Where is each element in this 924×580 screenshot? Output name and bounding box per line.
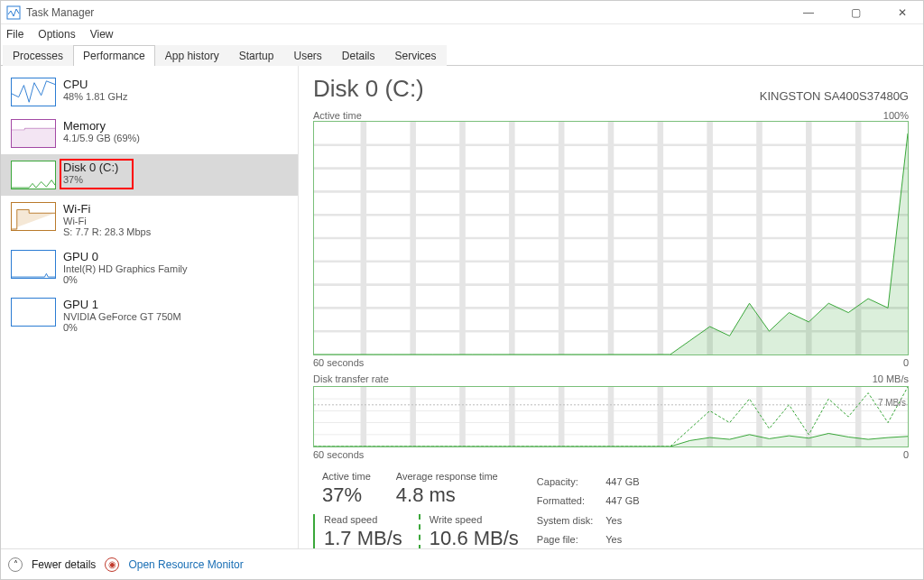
write-speed-label: Write speed (430, 514, 519, 525)
menu-view[interactable]: View (90, 28, 114, 41)
sidebar-disk-sub: 37% (63, 174, 118, 185)
footer: ˄ Fewer details ◉ Open Resource Monitor (1, 548, 923, 579)
sidebar-gpu0-sub1: Intel(R) HD Graphics Family (63, 263, 188, 274)
resource-monitor-icon: ◉ (105, 557, 119, 572)
graph2-xleft: 60 seconds (313, 449, 364, 460)
sidebar-cpu-label: CPU (63, 78, 128, 91)
titlebar: Task Manager — ▢ ✕ (1, 1, 923, 24)
stats-row: Active time 37% Average response time 4.… (313, 471, 909, 548)
formatted-label: Formatted: (537, 493, 604, 511)
graph2-max: 10 MB/s (873, 373, 909, 384)
fewer-details-link[interactable]: Fewer details (32, 558, 96, 571)
graph2-label: Disk transfer rate (313, 373, 389, 384)
menu-file[interactable]: File (6, 28, 23, 41)
sidebar-item-wifi[interactable]: Wi-Fi Wi-Fi S: 7.7 R: 28.3 Mbps (1, 196, 298, 244)
sidebar-gpu1-sub2: 0% (63, 322, 181, 333)
gpu1-sparkline-icon (11, 298, 56, 327)
write-speed-value: 10.6 MB/s (430, 527, 519, 548)
capacity-label: Capacity: (537, 473, 604, 491)
page-title: Disk 0 (C:) (313, 75, 424, 103)
sidebar: CPU 48% 1.81 GHz Memory 4.1/5.9 GB (69%) (1, 66, 299, 548)
transfer-rate-graph: 7 MB/s (313, 386, 909, 447)
tab-performance[interactable]: Performance (73, 45, 155, 66)
menu-options[interactable]: Options (38, 28, 75, 41)
active-time-value: 37% (322, 483, 371, 507)
graph1-xleft: 60 seconds (313, 357, 364, 368)
window-controls: — ▢ ✕ (793, 6, 918, 19)
window-title: Task Manager (26, 6, 793, 19)
disk-info-table: Capacity:447 GB Formatted:447 GB System … (535, 471, 652, 548)
sidebar-memory-sub: 4.1/5.9 GB (69%) (63, 133, 140, 143)
chevron-up-icon[interactable]: ˄ (8, 557, 23, 572)
sidebar-gpu0-sub2: 0% (63, 274, 188, 285)
disk-sparkline-icon (11, 161, 56, 189)
graph2-ref: 7 MB/s (878, 398, 906, 408)
system-disk-value: Yes (605, 511, 650, 529)
tab-services[interactable]: Services (385, 45, 447, 66)
sidebar-item-gpu1[interactable]: GPU 1 NVIDIA GeForce GT 750M 0% (1, 291, 298, 339)
open-resource-monitor-link[interactable]: Open Resource Monitor (128, 558, 243, 571)
tab-details[interactable]: Details (332, 45, 385, 66)
tab-app-history[interactable]: App history (155, 45, 229, 66)
tabstrip: Processes Performance App history Startu… (1, 44, 923, 66)
sidebar-cpu-sub: 48% 1.81 GHz (63, 91, 128, 102)
sidebar-disk-label: Disk 0 (C:) (63, 161, 118, 174)
app-icon (6, 5, 21, 20)
read-speed-label: Read speed (324, 514, 402, 525)
tab-startup[interactable]: Startup (229, 45, 284, 66)
graph1-xright: 0 (903, 357, 909, 368)
sidebar-memory-label: Memory (63, 119, 140, 133)
sidebar-wifi-sub2: S: 7.7 R: 28.3 Mbps (63, 226, 151, 237)
minimize-button[interactable]: — (793, 6, 824, 19)
sidebar-item-memory[interactable]: Memory 4.1/5.9 GB (69%) (1, 113, 298, 154)
system-disk-label: System disk: (537, 511, 604, 529)
graph1-max: 100% (883, 110, 909, 121)
sidebar-item-cpu[interactable]: CPU 48% 1.81 GHz (1, 71, 298, 113)
gpu0-sparkline-icon (11, 250, 56, 279)
response-time-label: Average response time (396, 471, 498, 482)
maximize-button[interactable]: ▢ (840, 6, 871, 19)
sidebar-wifi-sub1: Wi-Fi (63, 216, 151, 226)
formatted-value: 447 GB (605, 493, 650, 511)
menubar: File Options View (1, 24, 923, 44)
graph2-xright: 0 (903, 449, 909, 460)
page-file-value: Yes (605, 531, 650, 549)
task-manager-window: Task Manager — ▢ ✕ File Options View Pro… (0, 0, 924, 580)
page-file-label: Page file: (537, 531, 604, 549)
read-speed-value: 1.7 MB/s (324, 527, 402, 548)
memory-sparkline-icon (11, 119, 56, 148)
tab-processes[interactable]: Processes (3, 45, 73, 66)
response-time-value: 4.8 ms (396, 483, 498, 507)
sidebar-wifi-label: Wi-Fi (63, 202, 151, 216)
capacity-value: 447 GB (605, 473, 650, 491)
tab-users[interactable]: Users (283, 45, 331, 66)
sidebar-gpu1-sub1: NVIDIA GeForce GT 750M (63, 311, 181, 322)
sidebar-gpu1-label: GPU 1 (63, 298, 181, 311)
active-time-label: Active time (322, 471, 371, 482)
main-panel: Disk 0 (C:) KINGSTON SA400S37480G Active… (299, 66, 923, 548)
cpu-sparkline-icon (11, 78, 56, 106)
sidebar-item-disk[interactable]: Disk 0 (C:) 37% (1, 154, 298, 196)
disk-model: KINGSTON SA400S37480G (760, 89, 909, 103)
close-button[interactable]: ✕ (887, 6, 918, 19)
sidebar-gpu0-label: GPU 0 (63, 250, 188, 263)
graph1-label: Active time (313, 110, 362, 121)
active-time-graph (313, 121, 909, 355)
sidebar-item-gpu0[interactable]: GPU 0 Intel(R) HD Graphics Family 0% (1, 244, 298, 291)
wifi-sparkline-icon (11, 202, 56, 231)
